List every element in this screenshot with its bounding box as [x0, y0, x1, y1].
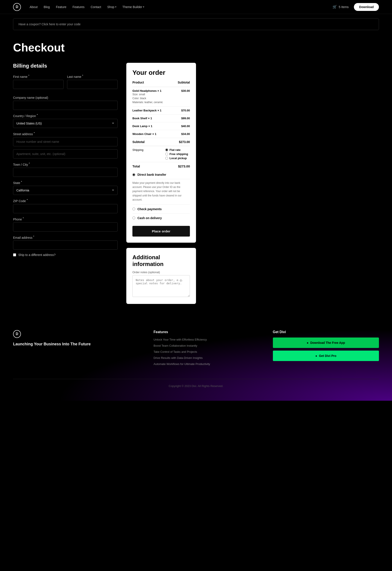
email-group: Email address *: [13, 235, 118, 250]
phone-label: Phone *: [13, 217, 118, 221]
footer-download-label: Download The Free App: [310, 341, 345, 345]
order-item-price: $99.00: [165, 114, 190, 122]
shipping-radio[interactable]: [165, 153, 168, 155]
order-item-name: Gold Headphones × 1Size: small Color: bl…: [132, 87, 165, 107]
shipping-radio[interactable]: [165, 149, 168, 151]
order-item-name: Desk Lamp × 1: [132, 122, 165, 130]
shipping-radio[interactable]: [165, 157, 168, 160]
nav-link-contact[interactable]: Contact: [91, 5, 101, 9]
total-label: Total: [132, 162, 165, 170]
nav-link-feature[interactable]: Feature: [56, 5, 66, 9]
street-address-group: Street address *: [13, 132, 118, 159]
order-table: Product Subtotal Gold Headphones × 1Size…: [132, 81, 190, 170]
email-input[interactable]: [13, 240, 118, 250]
nav-download-button[interactable]: Download: [354, 3, 379, 11]
order-item-price: $30.00: [165, 87, 190, 107]
state-label: State *: [13, 180, 118, 185]
order-card: Your order Product Subtotal Gold Headpho…: [126, 63, 196, 243]
footer-link[interactable]: Automate Workflows for Ultimate Producti…: [154, 362, 210, 366]
street-input[interactable]: [13, 137, 118, 146]
shipping-option: Local pickup: [165, 157, 190, 160]
footer-link[interactable]: Take Control of Tasks and Projects: [154, 350, 197, 353]
page-title-section: Checkout: [0, 34, 392, 56]
payment-radio[interactable]: [132, 216, 135, 219]
col-product: Product: [132, 81, 165, 87]
ship-to-different-row: Ship to a different address?: [13, 253, 118, 257]
ship-to-different-checkbox[interactable]: [13, 253, 16, 256]
shipping-option-label: Free shipping: [169, 152, 188, 156]
footer-get-divi-title: Get Divi: [273, 330, 379, 334]
payment-option-label: Direct bank transfer: [137, 173, 166, 176]
order-title: Your order: [132, 69, 190, 76]
footer-link[interactable]: Boost Team Collaboration Instantly: [154, 344, 197, 347]
payment-option-label: Cash on delivery: [137, 216, 162, 220]
payment-option[interactable]: Check payments: [132, 205, 190, 214]
cart-count: 5 Items: [339, 5, 349, 9]
download-icon: ●: [307, 341, 308, 345]
first-name-group: First name *: [13, 74, 64, 89]
order-item-price: $40.00: [165, 122, 190, 130]
country-select[interactable]: United States (US): [13, 119, 118, 128]
nav-link-about[interactable]: About: [30, 5, 38, 9]
footer-top: D Launching Your Business Into The Futur…: [13, 330, 379, 366]
state-group: State * California: [13, 180, 118, 195]
city-input[interactable]: [13, 168, 118, 177]
phone-group: Phone *: [13, 217, 118, 232]
footer-pro-button[interactable]: ● Get Divi Pro: [273, 351, 379, 361]
zip-input[interactable]: [13, 204, 118, 213]
state-select[interactable]: California: [13, 186, 118, 195]
order-notes-textarea[interactable]: [132, 275, 190, 297]
footer-download-button[interactable]: ● Download The Free App: [273, 337, 379, 348]
last-name-label: Last name *: [67, 74, 118, 78]
pro-icon: ●: [315, 354, 317, 358]
first-name-label: First name *: [13, 74, 64, 78]
additional-card: Additional information Order notes (opti…: [126, 248, 196, 304]
payment-option[interactable]: Direct bank transfer: [132, 170, 190, 179]
last-name-input[interactable]: [67, 80, 118, 89]
payment-radio[interactable]: [132, 208, 135, 210]
footer: D Launching Your Business Into The Futur…: [0, 317, 392, 401]
footer-bottom: Copyright © 2023 Divi. All Rights Reserv…: [13, 379, 379, 388]
cart-icon: 🛒: [333, 5, 337, 9]
phone-input[interactable]: [13, 222, 118, 232]
page-title: Checkout: [13, 41, 379, 54]
company-name-input[interactable]: [13, 101, 118, 110]
checkout-main: Billing details First name * Last name *…: [0, 56, 392, 317]
footer-cta: Get Divi ● Download The Free App ● Get D…: [273, 330, 379, 364]
navigation: D About Blog Feature Features Contact Sh…: [0, 0, 392, 14]
payment-options: Direct bank transferMake your payment di…: [132, 170, 190, 222]
payment-option[interactable]: Cash on delivery: [132, 214, 190, 222]
country-label: Country / Region *: [13, 113, 118, 118]
email-label: Email address *: [13, 235, 118, 239]
place-order-button[interactable]: Place order: [132, 226, 190, 237]
subtotal-value: $273.00: [165, 138, 190, 146]
payment-radio[interactable]: [132, 173, 135, 176]
shipping-option-label: Local pickup: [169, 157, 187, 160]
coupon-banner[interactable]: Have a coupon? Click here to enter your …: [13, 18, 379, 30]
footer-link-item: Take Control of Tasks and Projects: [154, 350, 260, 354]
nav-dropdown-shop[interactable]: Shop: [107, 5, 116, 9]
billing-section: Billing details First name * Last name *…: [13, 63, 118, 257]
col-subtotal: Subtotal: [165, 81, 190, 87]
footer-features-title: Features: [154, 330, 260, 334]
name-row: First name * Last name *: [13, 74, 118, 92]
last-name-group: Last name *: [67, 74, 118, 89]
nav-link-features[interactable]: Features: [72, 5, 84, 9]
nav-logo[interactable]: D: [13, 3, 21, 11]
shipping-option: Free shipping: [165, 152, 190, 156]
shipping-option: Flat rate: [165, 148, 190, 151]
shipping-option-label: Flat rate: [169, 148, 181, 151]
additional-title: Additional information: [132, 254, 190, 268]
footer-link[interactable]: Drive Results with Data-Driven Insights: [154, 356, 203, 360]
nav-dropdown-theme-builder[interactable]: Theme Builder: [122, 5, 144, 9]
payment-description: Make your payment directly into our bank…: [132, 179, 190, 205]
apartment-input[interactable]: [13, 149, 118, 159]
footer-link-item: Automate Workflows for Ultimate Producti…: [154, 362, 260, 366]
footer-link-item: Unlock Your Time with Effortless Efficie…: [154, 337, 260, 341]
city-group: Town / City *: [13, 162, 118, 177]
footer-link[interactable]: Unlock Your Time with Effortless Efficie…: [154, 338, 207, 341]
nav-cart[interactable]: 🛒 5 Items: [333, 5, 349, 9]
first-name-input[interactable]: [13, 80, 64, 89]
nav-link-blog[interactable]: Blog: [44, 5, 50, 9]
footer-pro-label: Get Divi Pro: [319, 354, 336, 358]
